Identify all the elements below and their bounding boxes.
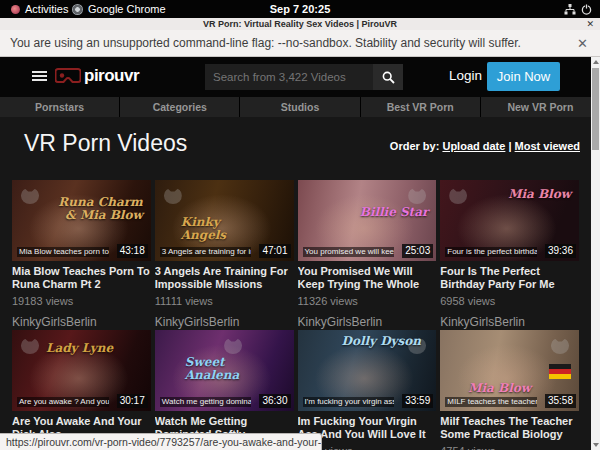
video-card[interactable]: Sweet Analena Watch me getting dominated… [155, 330, 294, 450]
video-card[interactable]: Billie Star You promised we will keep tr… [298, 180, 437, 330]
video-thumbnail[interactable]: Runa Charm & Mia Blow Mia Blow teaches p… [12, 180, 151, 261]
thumbnail-overlay-title: Lady Lyne [46, 342, 113, 355]
thumbnail-caption: MILF teaches the teacher some practical … [445, 397, 537, 407]
search-icon [382, 71, 395, 84]
video-thumbnail[interactable]: Sweet Analena Watch me getting dominated… [155, 330, 294, 411]
nav-item-best-vr-porn[interactable]: Best VR Porn [361, 97, 480, 117]
video-card[interactable]: Kinky Angels 3 Angels are training for i… [155, 180, 294, 330]
video-thumbnail[interactable]: Kinky Angels 3 Angels are training for i… [155, 180, 294, 261]
scrollbar-up-arrow-icon[interactable] [591, 57, 600, 67]
video-title-link[interactable]: Mia Blow Teaches Porn To Runa Charm Pt 2 [12, 265, 151, 292]
nav-item-studios[interactable]: Studios [240, 97, 359, 117]
page-title: VR Porn Videos [24, 130, 187, 157]
site-logo[interactable]: pirouvr [55, 66, 139, 86]
thumbnail-caption: You promised we will keep trying the who… [303, 247, 395, 257]
video-card[interactable]: Runa Charm & Mia Blow Mia Blow teaches p… [12, 180, 151, 330]
studio-cat-watermark-icon [21, 338, 39, 354]
site-header: pirouvr Login Join Now [0, 57, 600, 97]
scrollbar-down-arrow-icon[interactable] [591, 440, 600, 450]
scrollbar[interactable] [591, 57, 600, 450]
chrome-warning-infobar: You are using an unsupported command-lin… [0, 30, 600, 57]
duration-badge: 47:01 [259, 244, 290, 258]
clock[interactable]: Sep 7 20:25 [0, 0, 600, 18]
logo-text: pirouvr [84, 66, 139, 86]
video-thumbnail[interactable]: Billie Star You promised we will keep tr… [298, 180, 437, 261]
duration-badge: 33:59 [402, 394, 433, 408]
power-icon [581, 4, 592, 15]
video-title-link[interactable]: Four Is The Perfect Birthday Party For M… [440, 265, 579, 292]
video-views: 6958 views [440, 295, 579, 307]
studio-cat-watermark-icon [449, 188, 467, 204]
login-link[interactable]: Login [449, 68, 482, 83]
duration-badge: 25:03 [402, 244, 433, 258]
nav-item-pornstars[interactable]: Pornstars [0, 97, 119, 117]
video-thumbnail[interactable]: Mia Blow MILF teaches the teacher some p… [440, 330, 579, 411]
thumbnail-overlay-title: Billie Star [360, 206, 429, 219]
network-icon [564, 4, 576, 15]
scrollbar-thumb[interactable] [592, 68, 599, 150]
duration-badge: 35:58 [545, 394, 576, 408]
thumbnail-overlay-title: Dolly Dyson [342, 335, 422, 348]
studio-cat-watermark-icon [408, 188, 426, 204]
thumbnail-overlay-title: Kinky Angels [181, 216, 267, 241]
video-views: 11326 views [298, 295, 437, 307]
order-by-upload-date-link[interactable]: Upload date [442, 140, 505, 152]
thumbnail-overlay-title: Runa Charm & Mia Blow [57, 196, 143, 221]
thumbnail-overlay-title: Mia Blow [468, 382, 531, 395]
video-card[interactable]: Mia Blow MILF teaches the teacher some p… [440, 330, 579, 450]
duration-badge: 30:17 [117, 394, 148, 408]
desktop-top-bar: Activities Google Chrome Sep 7 20:25 [0, 0, 600, 18]
thumbnail-overlay-title: Sweet Analena [185, 356, 271, 381]
studio-cat-watermark-icon [224, 338, 242, 354]
duration-badge: 39:36 [545, 244, 576, 258]
nav-item-new-vr-porn[interactable]: New VR Porn [481, 97, 600, 117]
order-by: Order by: Upload date | Most viewed [390, 140, 580, 152]
video-title-link[interactable]: 3 Angels Are Training For Impossible Mis… [155, 265, 294, 292]
video-views: 11111 views [155, 295, 294, 307]
video-grid: Runa Charm & Mia Blow Mia Blow teaches p… [12, 180, 579, 450]
video-studio-link[interactable]: KinkyGirlsBerlin [155, 315, 294, 329]
order-by-separator: | [505, 140, 514, 152]
video-views: 4754 views [440, 445, 579, 450]
thumbnail-caption: Mia Blow teaches porn to Runa Charm pt. … [17, 247, 109, 257]
nav-item-categories[interactable]: Categories [120, 97, 239, 117]
window-close-icon[interactable]: ✕ [586, 18, 594, 30]
video-studio-link[interactable]: KinkyGirlsBerlin [298, 315, 437, 329]
video-thumbnail[interactable]: Mia Blow Four is the perfect birthday pa… [440, 180, 579, 261]
search-button[interactable] [373, 64, 403, 90]
thumbnail-caption: Are you awake ? And your dick also ? [17, 397, 109, 407]
thumbnail-caption: I'm fucking your virgin ass and you will… [303, 397, 395, 407]
video-title-link[interactable]: Milf Teaches The Teacher Some Practical … [440, 415, 579, 442]
join-now-button[interactable]: Join Now [487, 62, 560, 91]
window-titlebar[interactable]: VR Porn: Virtual Reality Sex Videos | Pi… [0, 18, 600, 30]
system-tray[interactable] [564, 0, 592, 18]
video-studio-link[interactable]: KinkyGirlsBerlin [440, 315, 579, 329]
thumbnail-caption: Watch me getting dominated softly [160, 397, 252, 407]
studio-cat-watermark-icon [164, 188, 182, 204]
duration-badge: 43:18 [117, 244, 148, 258]
studio-cat-watermark-icon [21, 188, 39, 204]
search-box[interactable] [205, 64, 373, 90]
video-title-link[interactable]: You Promised We Will Keep Trying The Who… [298, 265, 437, 292]
status-url-bubble: https://pirouvr.com/vr-porn-video/779325… [0, 433, 322, 450]
vr-goggles-icon [55, 68, 81, 84]
web-page: pirouvr Login Join Now Pornstars Categor… [0, 57, 600, 450]
window-title: VR Porn: Virtual Reality Sex Videos | Pi… [203, 19, 397, 29]
thumbnail-caption: Four is the perfect birthday party for m… [445, 247, 537, 257]
search-input[interactable] [205, 64, 373, 90]
video-views: 19183 views [12, 295, 151, 307]
video-card[interactable]: Dolly Dyson I'm fucking your virgin ass … [298, 330, 437, 450]
order-by-most-viewed-link[interactable]: Most viewed [515, 140, 580, 152]
main-nav: Pornstars Categories Studios Best VR Por… [0, 97, 600, 117]
video-thumbnail[interactable]: Dolly Dyson I'm fucking your virgin ass … [298, 330, 437, 411]
video-card[interactable]: Lady Lyne Are you awake ? And your dick … [12, 330, 151, 450]
studio-cat-watermark-icon [551, 338, 569, 354]
duration-badge: 36:30 [259, 394, 290, 408]
video-studio-link[interactable]: KinkyGirlsBerlin [12, 315, 151, 329]
thumbnail-caption: 3 Angels are training for impossible mis… [160, 247, 252, 257]
hamburger-menu-icon[interactable] [32, 71, 47, 82]
video-card[interactable]: Mia Blow Four is the perfect birthday pa… [440, 180, 579, 330]
video-thumbnail[interactable]: Lady Lyne Are you awake ? And your dick … [12, 330, 151, 411]
warning-text: You are using an unsupported command-lin… [10, 36, 521, 50]
warning-close-icon[interactable]: ✕ [577, 36, 588, 51]
